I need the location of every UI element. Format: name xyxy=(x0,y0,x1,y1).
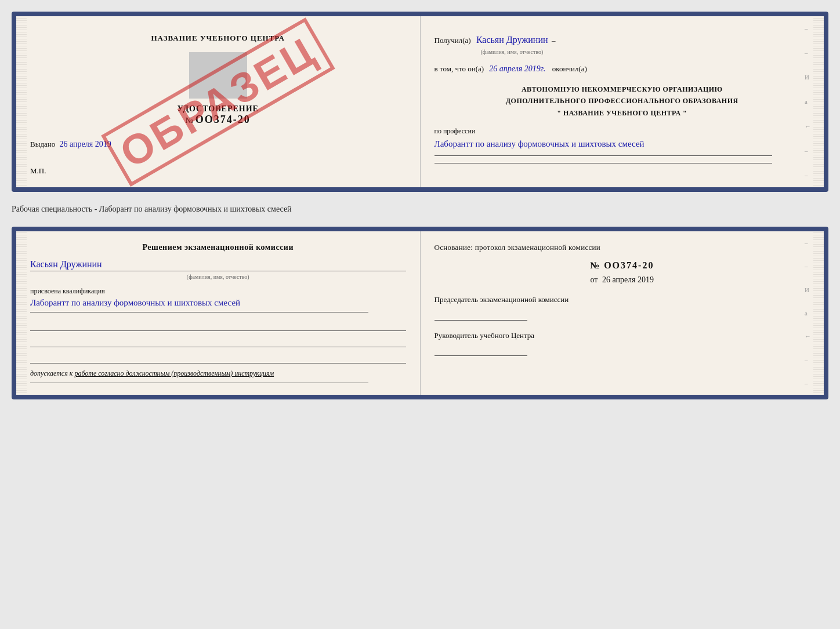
org-block: АВТОНОМНУЮ НЕКОММЕРЧЕСКУЮ ОРГАНИЗАЦИЮ ДО… xyxy=(435,83,810,119)
qual-line-3 xyxy=(30,352,406,363)
admit-text: работе согласно должностным (производств… xyxy=(74,369,274,377)
cert-left-panel: НАЗВАНИЕ УЧЕБНОГО ЦЕНТРА УДОСТОВЕРЕНИЕ №… xyxy=(16,16,421,187)
cert-label: УДОСТОВЕРЕНИЕ xyxy=(30,104,406,114)
qual-line-1 xyxy=(30,319,406,331)
director-title: Руководитель учебного Центра xyxy=(435,330,810,341)
qual-right-edge-marks: – – И а ← – – xyxy=(805,231,811,395)
qual-section-title: Решением экзаменационной комиссии xyxy=(30,243,406,252)
director-block: Руководитель учебного Центра xyxy=(435,330,810,357)
qual-lines-block xyxy=(30,319,406,363)
qual-right-panel: Основание: протокол экзаменационной коми… xyxy=(421,231,824,395)
cert-issued-block: Выдано 26 апреля 2019 xyxy=(30,140,406,149)
profession-text: Лаборантт по анализу формовочных и шихто… xyxy=(435,137,810,151)
chairman-sig-line xyxy=(435,309,527,321)
org-line2: ДОПОЛНИТЕЛЬНОГО ПРОФЕССИОНАЛЬНОГО ОБРАЗО… xyxy=(435,95,810,107)
chairman-title: Председатель экзаменационной комиссии xyxy=(435,294,810,306)
protocol-date-value: 26 апреля 2019 xyxy=(602,275,654,284)
qual-profession-label: присвоена квалификация xyxy=(30,287,406,296)
protocol-number: № OO374-20 xyxy=(435,260,810,271)
admit-label: допускается к xyxy=(30,369,73,377)
org-line1: АВТОНОМНУЮ НЕКОММЕРЧЕСКУЮ ОРГАНИЗАЦИЮ xyxy=(435,83,810,95)
qual-fio-sublabel: (фамилия, имя, отчество) xyxy=(30,274,406,280)
org-line3: " НАЗВАНИЕ УЧЕБНОГО ЦЕНТРА " xyxy=(435,107,810,119)
cert-number: OO374-20 xyxy=(195,114,251,125)
cert-right-panel: Получил(а) Касьян Дружинин – (фамилия, и… xyxy=(421,16,824,187)
mp-label: М.П. xyxy=(30,166,406,176)
received-name: Касьян Дружинин xyxy=(476,35,548,45)
inthat-block: в том, что он(а) 26 апреля 2019г. окончи… xyxy=(435,63,810,75)
basis-title: Основание: протокол экзаменационной коми… xyxy=(435,243,810,252)
cert-photo-placeholder xyxy=(189,52,247,99)
separator-text: Рабочая специальность - Лаборант по анал… xyxy=(12,201,828,217)
fio-sublabel-cert: (фамилия, имя, отчество) xyxy=(481,48,810,57)
qual-left-panel: Решением экзаменационной комиссии Касьян… xyxy=(16,231,421,395)
qual-line-2 xyxy=(30,336,406,347)
page-wrapper: НАЗВАНИЕ УЧЕБНОГО ЦЕНТРА УДОСТОВЕРЕНИЕ №… xyxy=(12,12,828,399)
protocol-date: от 26 апреля 2019 xyxy=(435,275,810,285)
chairman-block: Председатель экзаменационной комиссии xyxy=(435,294,810,321)
cert-school-title: НАЗВАНИЕ УЧЕБНОГО ЦЕНТРА xyxy=(30,34,406,43)
issued-date: 26 апреля 2019 xyxy=(60,140,111,148)
profession-block: по профессии Лаборантт по анализу формов… xyxy=(435,127,810,163)
protocol-date-prefix: от xyxy=(590,275,598,284)
inthat-date: 26 апреля 2019г. xyxy=(489,64,545,73)
director-sig-line xyxy=(435,344,527,356)
cert-number-section: УДОСТОВЕРЕНИЕ № OO374-20 xyxy=(30,104,406,126)
received-label: Получил(а) xyxy=(435,36,471,45)
cert-number-prefix: № xyxy=(186,116,193,125)
finished-label: окончил(а) xyxy=(552,64,587,73)
received-block: Получил(а) Касьян Дружинин – (фамилия, и… xyxy=(435,32,810,57)
qual-footer-text: допускается к работе согласно должностны… xyxy=(30,369,406,378)
qual-name: Касьян Дружинин xyxy=(30,259,102,269)
issued-label: Выдано xyxy=(30,140,55,148)
qualification-document: Решением экзаменационной комиссии Касьян… xyxy=(12,227,828,399)
qual-name-line: Касьян Дружинин xyxy=(30,259,406,271)
right-edge-marks: – – И а ← – – xyxy=(805,16,811,187)
qual-profession-text: Лаборантт по анализу формовочных и шихто… xyxy=(30,296,406,310)
profession-label: по профессии xyxy=(435,127,810,136)
certificate-document: НАЗВАНИЕ УЧЕБНОГО ЦЕНТРА УДОСТОВЕРЕНИЕ №… xyxy=(12,12,828,192)
cert-right-body: Получил(а) Касьян Дружинин – (фамилия, и… xyxy=(435,32,810,163)
inthat-prefix: в том, что он(а) xyxy=(435,64,484,73)
